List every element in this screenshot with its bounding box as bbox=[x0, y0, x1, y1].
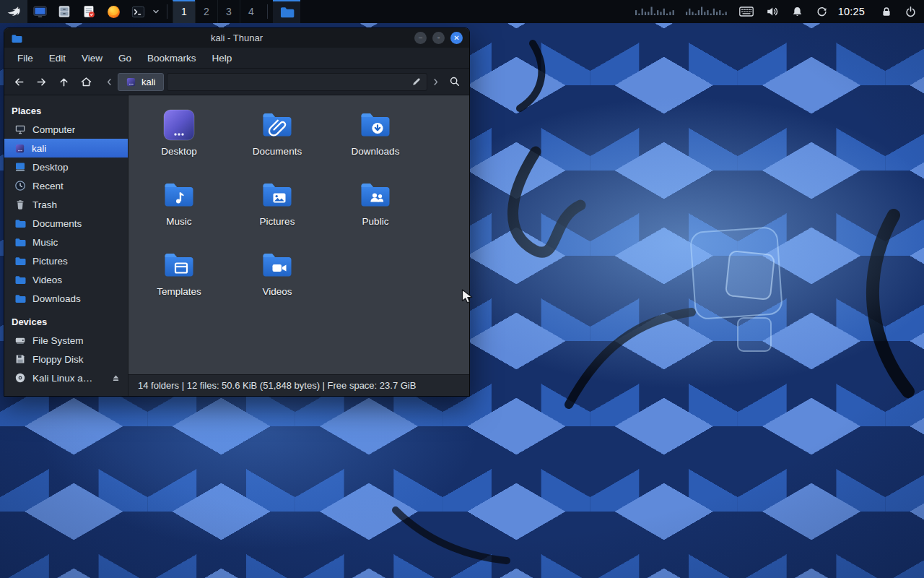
search-button[interactable] bbox=[445, 72, 465, 92]
file-music[interactable]: Music bbox=[130, 176, 228, 246]
home-button[interactable] bbox=[76, 72, 96, 92]
file-icon-view[interactable]: DesktopDocumentsDownloadsMusicPicturesPu… bbox=[128, 95, 469, 374]
folder-icon-music bbox=[162, 178, 196, 212]
file-label: Music bbox=[166, 216, 191, 227]
sidebar-item-computer[interactable]: Computer bbox=[4, 120, 128, 139]
clock-icon bbox=[14, 180, 26, 191]
forward-button[interactable] bbox=[31, 72, 51, 92]
folder-mini-icon bbox=[14, 255, 26, 267]
panel-volume-indicator[interactable] bbox=[766, 0, 779, 23]
lock-icon bbox=[881, 6, 892, 17]
sidebar-item-file-system[interactable]: File System bbox=[4, 331, 128, 350]
workspace-1[interactable]: 1 bbox=[173, 0, 195, 23]
eject-button[interactable] bbox=[111, 374, 121, 383]
window-content: PlacesComputerkaliDesktopRecentTrashDocu… bbox=[4, 95, 469, 396]
panel-separator bbox=[167, 4, 167, 19]
cabinet-icon bbox=[57, 4, 71, 19]
taskbar-thunar[interactable] bbox=[273, 0, 300, 23]
menu-help[interactable]: Help bbox=[205, 50, 240, 66]
close-button[interactable]: ✕ bbox=[450, 32, 463, 44]
launcher-display[interactable] bbox=[27, 0, 52, 23]
sidebar-item-music[interactable]: Music bbox=[4, 233, 128, 251]
path-scroll-right[interactable] bbox=[430, 77, 441, 87]
panel-session-icons bbox=[881, 0, 917, 23]
panel-clock[interactable]: 10:25 bbox=[838, 6, 865, 17]
keyboard-icon bbox=[739, 7, 754, 17]
sidebar-item-documents[interactable]: Documents bbox=[4, 214, 128, 233]
launcher-kali-menu[interactable] bbox=[0, 0, 27, 23]
terminal-dropdown-caret[interactable] bbox=[150, 0, 162, 23]
workspace-2[interactable]: 2 bbox=[195, 0, 217, 23]
sidebar-item-recent[interactable]: Recent bbox=[4, 176, 128, 195]
path-bar: kali bbox=[104, 73, 441, 91]
monitor-icon bbox=[32, 4, 48, 20]
path-scroll-left[interactable] bbox=[104, 77, 115, 87]
launcher-terminal[interactable] bbox=[126, 0, 150, 23]
launcher-firefox[interactable] bbox=[101, 0, 126, 23]
sidebar-item-desktop[interactable]: Desktop bbox=[4, 158, 128, 176]
panel-bell-indicator[interactable] bbox=[791, 0, 803, 23]
file-downloads[interactable]: Downloads bbox=[326, 106, 424, 176]
path-button-home[interactable]: kali bbox=[118, 73, 164, 91]
sidebar-item-trash[interactable]: Trash bbox=[4, 195, 128, 214]
file-documents[interactable]: Documents bbox=[228, 106, 326, 176]
sidebar-item-label: Computer bbox=[32, 124, 75, 135]
main-pane: DesktopDocumentsDownloadsMusicPicturesPu… bbox=[128, 95, 469, 396]
sidebar-item-label: Documents bbox=[32, 218, 82, 229]
panel-separator bbox=[267, 4, 268, 19]
file-public[interactable]: Public bbox=[326, 176, 424, 246]
panel-keyboard-indicator[interactable] bbox=[739, 0, 754, 23]
folder-mini-icon bbox=[14, 217, 26, 229]
file-desktop[interactable]: Desktop bbox=[130, 106, 228, 176]
menu-go[interactable]: Go bbox=[111, 50, 139, 66]
maximize-button[interactable]: ▫ bbox=[432, 32, 445, 44]
sidebar-item-kali[interactable]: kali bbox=[4, 139, 128, 158]
launcher-file-manager[interactable] bbox=[52, 0, 77, 23]
sidebar-item-label: File System bbox=[32, 335, 84, 346]
statusbar: 14 folders | 12 files: 50.6 KiB (51,848 … bbox=[128, 374, 469, 396]
menu-bookmarks[interactable]: Bookmarks bbox=[140, 50, 204, 66]
panel-power-indicator[interactable] bbox=[905, 0, 917, 23]
workspace-4[interactable]: 4 bbox=[240, 0, 262, 23]
disc-icon bbox=[14, 372, 26, 384]
sidebar-item-kali-linux-a-[interactable]: Kali Linux a… bbox=[4, 368, 128, 387]
workspace-3[interactable]: 3 bbox=[217, 0, 240, 23]
back-button[interactable] bbox=[9, 72, 29, 92]
sidebar-item-downloads[interactable]: Downloads bbox=[4, 289, 128, 308]
sidebar-item-label: Videos bbox=[32, 275, 62, 285]
sidebar-item-label: Music bbox=[32, 237, 58, 248]
panel-update-indicator[interactable] bbox=[816, 0, 828, 23]
chevron-down-icon bbox=[152, 8, 160, 15]
sidebar-header-devices: Devices bbox=[4, 312, 128, 331]
update-icon bbox=[816, 6, 828, 18]
location-entry[interactable] bbox=[167, 73, 427, 91]
toolbar: kali bbox=[4, 69, 469, 95]
edit-path-icon[interactable] bbox=[411, 77, 422, 87]
panel-lock-indicator[interactable] bbox=[881, 0, 892, 23]
sidebar-item-label: Downloads bbox=[32, 293, 81, 304]
menu-edit[interactable]: Edit bbox=[42, 50, 73, 66]
file-label: Videos bbox=[262, 286, 292, 297]
search-icon bbox=[449, 76, 461, 87]
sidebar-item-pictures[interactable]: Pictures bbox=[4, 251, 128, 270]
menu-file[interactable]: File bbox=[10, 50, 40, 66]
sidebar-item-label: Desktop bbox=[32, 162, 69, 173]
file-templates[interactable]: Templates bbox=[130, 246, 228, 316]
minimize-button[interactable]: – bbox=[414, 32, 427, 44]
file-videos[interactable]: Videos bbox=[228, 246, 326, 316]
up-button[interactable] bbox=[53, 72, 74, 92]
menu-view[interactable]: View bbox=[74, 50, 110, 66]
launcher-text-editor[interactable] bbox=[77, 0, 101, 23]
sidebar-item-videos[interactable]: Videos bbox=[4, 270, 128, 289]
sidebar-item-label: Trash bbox=[32, 199, 57, 210]
window-titlebar[interactable]: kali - Thunar – ▫ ✕ bbox=[4, 28, 469, 48]
power-icon bbox=[905, 6, 917, 18]
sidebar-item-label: Pictures bbox=[32, 256, 68, 267]
sidebar-item-floppy-disk[interactable]: Floppy Disk bbox=[4, 350, 128, 368]
system-monitor-graph bbox=[635, 4, 728, 20]
folder-icon-paperclip bbox=[260, 108, 295, 142]
window-controls: – ▫ ✕ bbox=[414, 32, 463, 44]
terminal-icon bbox=[131, 4, 146, 20]
file-pictures[interactable]: Pictures bbox=[228, 176, 326, 246]
desktop-mini-icon bbox=[14, 161, 26, 173]
